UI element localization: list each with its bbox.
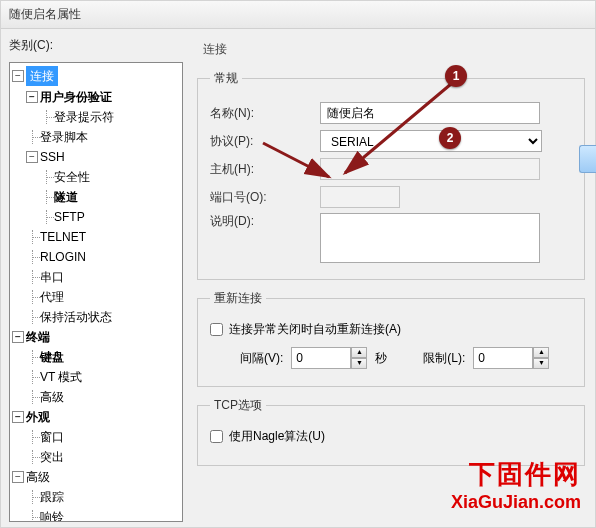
spinner-down-icon[interactable]: ▼ (351, 358, 367, 369)
general-group: 常规 名称(N): 协议(P): SERIAL 主机(H): 端口号(O): (197, 70, 585, 280)
category-panel: 类别(C): − 连接 − 用户身份验 (1, 29, 187, 527)
tree-label: SFTP (54, 208, 85, 226)
dialog-window: 随便启名属性 类别(C): − 连接 (0, 0, 596, 528)
seconds-unit: 秒 (375, 350, 387, 367)
side-button[interactable] (579, 145, 596, 173)
auto-reconnect-label: 连接异常关闭时自动重新连接(A) (229, 321, 401, 338)
tree-item-vt[interactable]: VT 模式 (10, 367, 182, 387)
reconnect-legend: 重新连接 (210, 290, 266, 307)
port-input (320, 186, 400, 208)
collapse-icon[interactable]: − (26, 91, 38, 103)
tree-label: 窗口 (40, 428, 64, 446)
interval-label: 间隔(V): (240, 350, 283, 367)
tree-label: 突出 (40, 448, 64, 466)
collapse-icon[interactable]: − (12, 471, 24, 483)
content-area: 类别(C): − 连接 − 用户身份验 (1, 29, 595, 527)
tree-item-telnet[interactable]: TELNET (10, 227, 182, 247)
tree-item-term-advanced[interactable]: 高级 (10, 387, 182, 407)
protocol-select[interactable]: SERIAL (320, 130, 542, 152)
settings-panel: 连接 常规 名称(N): 协议(P): SERIAL 主机(H): (187, 29, 595, 527)
tree-label: 高级 (40, 388, 64, 406)
collapse-icon[interactable]: − (12, 70, 24, 82)
host-label: 主机(H): (210, 161, 320, 178)
window-title: 随便启名属性 (9, 7, 81, 21)
tree-label: 终端 (26, 328, 50, 346)
host-input (320, 158, 540, 180)
tree-label: 登录脚本 (40, 128, 88, 146)
collapse-icon[interactable]: − (12, 411, 24, 423)
tree-label: 隧道 (54, 188, 78, 206)
tree-label: 连接 (26, 66, 58, 86)
tree-item-auth[interactable]: − 用户身份验证 (10, 87, 182, 107)
tree-item-appearance[interactable]: − 外观 (10, 407, 182, 427)
tree-item-rlogin[interactable]: RLOGIN (10, 247, 182, 267)
tree-item-keyboard[interactable]: 键盘 (10, 347, 182, 367)
tree-item-window[interactable]: 窗口 (10, 427, 182, 447)
port-label: 端口号(O): (210, 189, 320, 206)
watermark-en: XiaGuJian.com (451, 492, 581, 513)
tree-item-bell[interactable]: 响铃 (10, 507, 182, 522)
tree-item-sftp[interactable]: SFTP (10, 207, 182, 227)
name-input[interactable] (320, 102, 540, 124)
reconnect-group: 重新连接 连接异常关闭时自动重新连接(A) 间隔(V): ▲ ▼ 秒 (197, 290, 585, 387)
tree-item-serial[interactable]: 串口 (10, 267, 182, 287)
tree-item-highlight[interactable]: 突出 (10, 447, 182, 467)
collapse-icon[interactable]: − (12, 331, 24, 343)
nagle-label: 使用Nagle算法(U) (229, 428, 325, 445)
tree-item-login-script[interactable]: 登录脚本 (10, 127, 182, 147)
tree-item-proxy[interactable]: 代理 (10, 287, 182, 307)
tree-item-connection[interactable]: − 连接 (10, 65, 182, 87)
tree-label: TELNET (40, 228, 86, 246)
tree-label: 响铃 (40, 508, 64, 522)
auto-reconnect-checkbox[interactable] (210, 323, 223, 336)
tcp-legend: TCP选项 (210, 397, 266, 414)
desc-label: 说明(D): (210, 213, 320, 230)
tree-label: 用户身份验证 (40, 88, 112, 106)
tree-item-terminal[interactable]: − 终端 (10, 327, 182, 347)
protocol-label: 协议(P): (210, 133, 320, 150)
interval-input[interactable] (291, 347, 351, 369)
limit-label: 限制(L): (423, 350, 465, 367)
spinner-up-icon[interactable]: ▲ (533, 347, 549, 358)
annotation-badge-1: 1 (445, 65, 467, 87)
general-legend: 常规 (210, 70, 242, 87)
tree-item-ssh[interactable]: − SSH (10, 147, 182, 167)
category-tree[interactable]: − 连接 − 用户身份验证 登录提示符 (9, 62, 183, 522)
limit-spinner[interactable]: ▲ ▼ (473, 347, 549, 369)
tree-item-security[interactable]: 安全性 (10, 167, 182, 187)
annotation-badge-2: 2 (439, 127, 461, 149)
tree-label: 保持活动状态 (40, 308, 112, 326)
desc-textarea[interactable] (320, 213, 540, 263)
name-label: 名称(N): (210, 105, 320, 122)
tree-item-keepalive[interactable]: 保持活动状态 (10, 307, 182, 327)
tree-label: 键盘 (40, 348, 64, 366)
tree-label: 跟踪 (40, 488, 64, 506)
tree-label: 高级 (26, 468, 50, 486)
tree-label: VT 模式 (40, 368, 82, 386)
collapse-icon[interactable]: − (26, 151, 38, 163)
tree-label: SSH (40, 148, 65, 166)
tree-item-tunnel[interactable]: 隧道 (10, 187, 182, 207)
tree-label: 代理 (40, 288, 64, 306)
tree-item-login-prompt[interactable]: 登录提示符 (10, 107, 182, 127)
spinner-up-icon[interactable]: ▲ (351, 347, 367, 358)
panel-title: 连接 (203, 41, 595, 58)
category-label: 类别(C): (9, 37, 183, 54)
tree-label: 外观 (26, 408, 50, 426)
spinner-down-icon[interactable]: ▼ (533, 358, 549, 369)
titlebar[interactable]: 随便启名属性 (1, 1, 595, 29)
tree-label: 登录提示符 (54, 108, 114, 126)
tree-item-trace[interactable]: 跟踪 (10, 487, 182, 507)
limit-input[interactable] (473, 347, 533, 369)
tree-label: 安全性 (54, 168, 90, 186)
tcp-group: TCP选项 使用Nagle算法(U) (197, 397, 585, 466)
tree-item-advanced[interactable]: − 高级 (10, 467, 182, 487)
tree-label: RLOGIN (40, 248, 86, 266)
nagle-checkbox[interactable] (210, 430, 223, 443)
interval-spinner[interactable]: ▲ ▼ (291, 347, 367, 369)
tree-label: 串口 (40, 268, 64, 286)
